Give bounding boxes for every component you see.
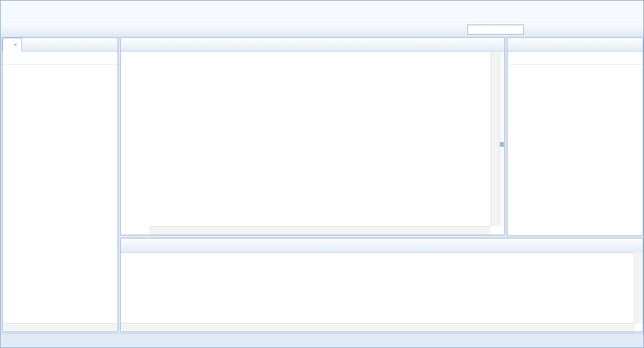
quick-access-input[interactable] (467, 25, 524, 35)
console-tabbar (121, 239, 643, 253)
project-explorer-hscrollbar[interactable] (3, 323, 118, 332)
console-title (121, 253, 643, 255)
title-bar (1, 1, 643, 11)
editor-tabbar (121, 38, 504, 52)
editor-hscrollbar[interactable] (149, 226, 491, 235)
console-vscrollbar[interactable] (634, 252, 643, 323)
code-editor[interactable] (121, 52, 491, 226)
ruler-marker (500, 142, 504, 147)
project-explorer-panel (2, 37, 118, 332)
main-toolbar (1, 23, 643, 38)
console-panel (120, 238, 643, 332)
editor-vscrollbar[interactable] (491, 52, 499, 226)
outline-toolbar (508, 52, 643, 65)
menu-bar (1, 11, 643, 23)
editor-panel (120, 37, 505, 235)
outline-panel (507, 37, 643, 236)
tab-project-explorer[interactable] (3, 38, 22, 52)
project-explorer-tabbar (3, 38, 118, 52)
status-bar (1, 334, 643, 348)
overview-ruler[interactable] (499, 52, 504, 226)
close-icon[interactable] (14, 42, 17, 48)
project-tree (3, 65, 118, 66)
outline-tabbar (508, 38, 643, 52)
project-explorer-toolbar (3, 52, 118, 65)
application-window (0, 0, 644, 348)
console-hscrollbar[interactable] (121, 323, 635, 332)
